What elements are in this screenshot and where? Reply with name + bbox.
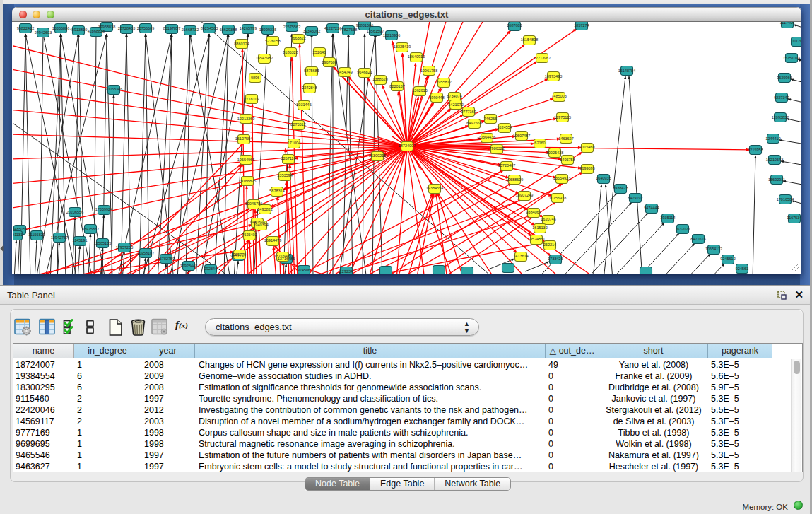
svg-text:13356886: 13356886 <box>52 26 69 30</box>
svg-text:171004: 171004 <box>288 141 300 145</box>
svg-text:83197857: 83197857 <box>163 26 180 30</box>
svg-text:2718109: 2718109 <box>244 97 259 101</box>
svg-text:8275512: 8275512 <box>290 122 305 127</box>
svg-text:1117406: 1117406 <box>780 22 795 25</box>
svg-text:1857274: 1857274 <box>574 23 589 28</box>
svg-text:1940394: 1940394 <box>253 223 268 227</box>
svg-text:16148784: 16148784 <box>618 69 635 73</box>
svg-text:24942603: 24942603 <box>35 30 52 35</box>
svg-text:1620746: 1620746 <box>541 217 555 221</box>
svg-text:10607487: 10607487 <box>513 134 530 138</box>
svg-text:1990448: 1990448 <box>429 95 444 100</box>
svg-text:9529966: 9529966 <box>777 76 792 80</box>
svg-text:17359924: 17359924 <box>95 207 112 211</box>
svg-text:292344: 292344 <box>204 267 217 271</box>
svg-text:965779: 965779 <box>233 252 246 257</box>
svg-text:15720407: 15720407 <box>498 163 515 168</box>
svg-text:19384554: 19384554 <box>426 186 443 190</box>
svg-text:6497568: 6497568 <box>466 121 481 125</box>
svg-text:62160: 62160 <box>534 141 545 145</box>
svg-text:9227342: 9227342 <box>774 95 789 100</box>
svg-text:1362615: 1362615 <box>412 88 427 93</box>
svg-text:95822412: 95822412 <box>17 26 34 30</box>
svg-text:1421072: 1421072 <box>448 103 463 107</box>
svg-text:10961758: 10961758 <box>420 69 437 73</box>
svg-text:5878314: 5878314 <box>269 189 284 193</box>
svg-text:1485051: 1485051 <box>13 227 28 231</box>
svg-text:9474444: 9474444 <box>644 206 659 210</box>
svg-text:12093832: 12093832 <box>772 115 789 119</box>
svg-text:6479197: 6479197 <box>628 196 642 200</box>
svg-text:16210643: 16210643 <box>766 158 783 162</box>
svg-text:10046786: 10046786 <box>245 201 262 206</box>
svg-text:3215958: 3215958 <box>748 148 763 152</box>
svg-text:1244419: 1244419 <box>765 136 780 141</box>
svg-text:1145191: 1145191 <box>72 238 87 243</box>
svg-text:10654112: 10654112 <box>705 247 722 251</box>
svg-text:20053346: 20053346 <box>105 87 122 91</box>
svg-text:21668732: 21668732 <box>182 28 199 32</box>
svg-text:7625402: 7625402 <box>242 233 257 237</box>
svg-text:14265799: 14265799 <box>240 26 257 30</box>
svg-text:18640910: 18640910 <box>408 54 425 59</box>
svg-text:2935114: 2935114 <box>660 216 675 220</box>
svg-text:12923448: 12923448 <box>180 264 197 268</box>
svg-text:13325419: 13325419 <box>394 45 411 49</box>
svg-text:12213369: 12213369 <box>237 117 254 121</box>
svg-text:20364436: 20364436 <box>478 135 495 139</box>
svg-text:33975867: 33975867 <box>82 227 99 231</box>
svg-text:5226058: 5226058 <box>265 39 280 43</box>
svg-text:1167534: 1167534 <box>787 216 801 220</box>
svg-text:9699695: 9699695 <box>579 166 594 170</box>
svg-text:9245612: 9245612 <box>720 257 735 261</box>
svg-text:1353594: 1353594 <box>277 173 292 177</box>
svg-text:39345092: 39345092 <box>303 29 320 33</box>
svg-text:22575562: 22575562 <box>283 25 300 29</box>
svg-text:89254563: 89254563 <box>201 26 218 30</box>
svg-text:7986322: 7986322 <box>489 146 504 151</box>
svg-text:12213967: 12213967 <box>534 56 551 60</box>
svg-text:9777169: 9777169 <box>461 110 476 114</box>
svg-text:746266: 746266 <box>484 117 497 121</box>
svg-text:18907249: 18907249 <box>516 193 533 197</box>
svg-text:1493822: 1493822 <box>257 207 272 211</box>
svg-text:7663822: 7663822 <box>290 36 305 40</box>
svg-text:8031446: 8031446 <box>296 103 311 107</box>
svg-text:16107554: 16107554 <box>235 136 252 141</box>
svg-text:13716485: 13716485 <box>274 254 291 258</box>
svg-text:3267110: 3267110 <box>281 156 295 160</box>
svg-text:15692911: 15692911 <box>768 177 785 182</box>
svg-text:8186328: 8186328 <box>283 50 298 54</box>
svg-text:7955812: 7955812 <box>436 80 451 84</box>
svg-text:46913810: 46913810 <box>70 28 87 32</box>
svg-text:1413614: 1413614 <box>513 254 528 258</box>
svg-text:13524851: 13524851 <box>528 237 545 241</box>
svg-text:10973493: 10973493 <box>545 74 562 78</box>
svg-text:924506: 924506 <box>298 268 310 272</box>
svg-text:15751074: 15751074 <box>783 56 800 60</box>
svg-text:28728463: 28728463 <box>118 26 135 30</box>
svg-text:9115460: 9115460 <box>579 145 594 149</box>
svg-text:16782759: 16782759 <box>158 257 175 261</box>
svg-text:2242848: 2242848 <box>302 86 317 90</box>
svg-text:8938423: 8938423 <box>613 186 628 190</box>
svg-text:9646821: 9646821 <box>357 70 372 74</box>
svg-text:7485003: 7485003 <box>551 94 566 98</box>
svg-text:19654965: 19654965 <box>237 158 254 162</box>
svg-text:17016504: 17016504 <box>777 197 794 201</box>
svg-text:6734074: 6734074 <box>447 94 461 98</box>
svg-text:66629388: 66629388 <box>220 28 237 32</box>
svg-text:16914479: 16914479 <box>264 238 281 243</box>
svg-text:20206556: 20206556 <box>66 210 83 214</box>
svg-text:9896: 9896 <box>251 76 259 80</box>
svg-text:16543982: 16543982 <box>256 56 273 60</box>
svg-text:129234: 129234 <box>340 269 353 274</box>
svg-text:42868828: 42868828 <box>88 29 105 33</box>
svg-text:90801586: 90801586 <box>356 23 373 28</box>
svg-text:8471616: 8471616 <box>690 237 705 241</box>
svg-text:12218906: 12218906 <box>383 33 400 37</box>
svg-text:1640935: 1640935 <box>596 176 611 180</box>
svg-text:10025438: 10025438 <box>546 151 563 155</box>
svg-text:23756669: 23756669 <box>137 26 154 30</box>
svg-text:10688609: 10688609 <box>506 177 523 182</box>
